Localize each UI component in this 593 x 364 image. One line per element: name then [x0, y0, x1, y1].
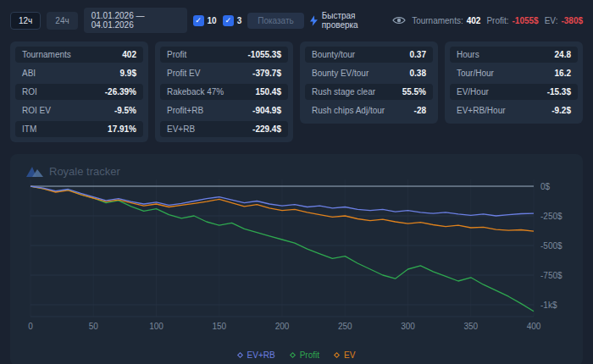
stat-row: Hours24.8	[450, 47, 578, 63]
profit-metric: Profit: -1055$	[486, 16, 538, 25]
stat-value: 16.2	[555, 69, 571, 78]
stat-label: ROI EV	[22, 106, 51, 115]
stat-value: 0.38	[410, 69, 426, 78]
x-tick-label: 0	[28, 322, 33, 331]
stat-label: EV/Hour	[457, 87, 489, 97]
stat-label: Profit	[167, 50, 186, 59]
stat-label: ROI	[22, 87, 37, 97]
stat-row: EV/Hour-15.3$	[450, 84, 578, 100]
profit-label: Profit:	[486, 16, 508, 25]
filter-checkbox-10[interactable]: ✓ 10	[193, 15, 217, 26]
checkbox-checked-icon[interactable]: ✓	[193, 15, 204, 26]
quick-check-label: Быстрая проверка	[322, 11, 386, 30]
topbar: 12ч 24ч 01.01.2026 — 04.01.2026 ✓ 10 ✓ 3…	[0, 0, 593, 37]
legend-item-ev-rb[interactable]: EV+RB	[238, 350, 275, 360]
check-glyph: ✓	[224, 17, 231, 25]
profit-value: -1055$	[513, 16, 539, 25]
x-tick-label: 300	[401, 322, 415, 331]
legend-label: Profit	[300, 350, 319, 360]
stat-label: EV+RB/Hour	[457, 106, 506, 115]
chart-panel: Royale tracker 0501001502002503003504000…	[10, 154, 583, 364]
check-glyph: ✓	[195, 17, 202, 25]
tournaments-label: Tournaments:	[412, 16, 463, 25]
stat-value: -26.39%	[105, 87, 136, 97]
ev-label: EV:	[545, 16, 558, 25]
legend-marker-icon	[237, 352, 243, 358]
x-tick-label: 350	[463, 322, 478, 331]
stat-card: Profit-1055.3$Profit EV-379.7$Rakeback 4…	[155, 41, 293, 142]
legend-marker-icon	[334, 352, 340, 358]
stat-value: -379.7$	[252, 69, 281, 78]
stat-label: Tournaments	[22, 50, 71, 59]
stat-row: Rakeback 47%150.4$	[160, 84, 288, 100]
y-tick-label: 0$	[540, 182, 551, 191]
stat-card: Bounty/tour0.37Bounty EV/tour0.38Rush st…	[300, 41, 438, 124]
tournaments-metric: Tournaments: 402	[412, 16, 480, 25]
x-tick-label: 150	[212, 322, 226, 331]
stat-label: Hours	[457, 50, 479, 59]
legend-label: EV	[344, 350, 355, 360]
stat-value: 0.37	[410, 50, 426, 59]
filter-3-label: 3	[237, 16, 242, 25]
tournaments-value: 402	[467, 16, 481, 25]
x-tick-label: 50	[89, 322, 99, 331]
visibility-toggle[interactable]	[392, 15, 406, 25]
stat-label: Bounty EV/tour	[312, 69, 369, 78]
stat-value: -9.2$	[551, 106, 571, 115]
stat-row: Profit+RB-904.9$	[160, 102, 288, 119]
lightning-icon	[310, 15, 318, 26]
stat-label: EV+RB	[167, 124, 195, 134]
ev-metric: EV: -380$	[545, 16, 583, 25]
legend-item-ev[interactable]: EV	[335, 350, 355, 360]
stat-value: -904.9$	[252, 106, 281, 115]
stat-label: ITM	[22, 124, 36, 134]
stat-label: Tour/Hour	[457, 69, 494, 78]
stat-row: Bounty EV/tour0.38	[305, 65, 433, 81]
x-tick-label: 100	[149, 322, 163, 331]
chart-legend: EV+RBProfitEV	[10, 350, 583, 360]
stat-row: EV+RB-229.4$	[160, 121, 288, 137]
stat-row: Rush stage clear55.5%	[305, 84, 433, 100]
stat-row: ITM17.91%	[15, 121, 143, 137]
stat-label: Profit EV	[167, 69, 200, 78]
range-24h-button[interactable]: 24ч	[47, 12, 77, 30]
legend-marker-icon	[290, 352, 296, 358]
chart-svg: 0501001502002503003504000$-250$-500$-750…	[19, 171, 591, 339]
y-tick-label: -500$	[540, 241, 563, 251]
stat-value: 402	[122, 50, 136, 59]
stat-value: 24.8	[555, 50, 571, 59]
stat-value: 17.91%	[108, 124, 136, 134]
checkbox-checked-icon[interactable]: ✓	[223, 15, 234, 26]
range-12h-button[interactable]: 12ч	[10, 12, 41, 30]
legend-item-profit[interactable]: Profit	[291, 350, 319, 360]
stat-row: Profit EV-379.7$	[160, 65, 288, 81]
quick-check-button[interactable]: Быстрая проверка	[310, 11, 386, 30]
stat-value: -15.3$	[547, 87, 571, 97]
stat-label: Profit+RB	[167, 106, 203, 115]
stat-row: Bounty/tour0.37	[305, 47, 433, 63]
stat-label: Rush stage clear	[312, 87, 375, 97]
show-button[interactable]: Показать	[247, 13, 304, 29]
stat-value: -28	[414, 106, 426, 115]
x-tick-label: 200	[275, 322, 290, 331]
legend-label: EV+RB	[247, 350, 275, 360]
stat-value: -9.5%	[114, 106, 136, 115]
stat-label: ABI	[22, 69, 36, 78]
stat-row: Profit-1055.3$	[160, 47, 288, 63]
filter-10-label: 10	[208, 16, 217, 25]
stats-cards: Tournaments402ABI9.9$ROI-26.39%ROI EV-9.…	[0, 37, 593, 142]
stat-label: Rakeback 47%	[167, 87, 224, 97]
stat-value: 150.4$	[255, 87, 281, 97]
stat-label: Bounty/tour	[312, 50, 355, 59]
stat-card: Hours24.8Tour/Hour16.2EV/Hour-15.3$EV+RB…	[445, 41, 583, 124]
stat-value: -1055.3$	[248, 50, 281, 59]
eye-icon	[392, 15, 406, 25]
stat-row: ROI EV-9.5%	[15, 102, 143, 119]
ev-value: -380$	[561, 16, 583, 25]
stat-row: Tour/Hour16.2	[450, 65, 578, 81]
stat-card: Tournaments402ABI9.9$ROI-26.39%ROI EV-9.…	[10, 41, 148, 142]
stat-row: Tournaments402	[15, 47, 143, 63]
filter-checkbox-3[interactable]: ✓ 3	[223, 15, 242, 26]
date-range-picker[interactable]: 01.01.2026 — 04.01.2026	[84, 8, 187, 33]
stat-row: Rush chips Adj/tour-28	[305, 102, 433, 119]
